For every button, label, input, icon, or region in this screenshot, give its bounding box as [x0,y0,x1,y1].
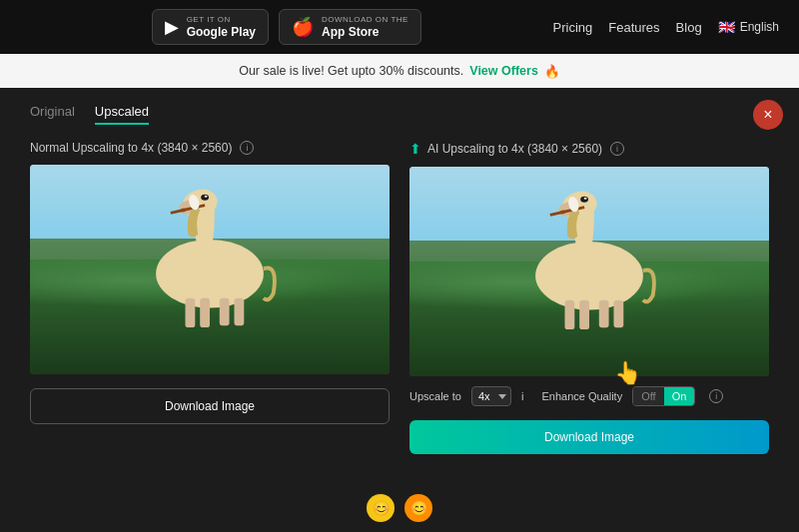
quality-toggle: Off On [632,386,695,406]
google-play-sub: GET IT ON [187,15,256,25]
app-store-icon: 🍎 [292,16,314,38]
tab-original[interactable]: Original [30,104,75,125]
tabs: Original Upscaled [30,104,769,125]
promo-text: Our sale is live! Get upto 30% discounts… [239,64,463,78]
bottom-icon-yellow[interactable]: 😊 [367,494,395,522]
quality-label: Enhance Quality [541,390,622,402]
promo-emoji: 🔥 [544,64,560,79]
app-store-name: App Store [322,25,408,39]
svg-rect-21 [599,300,609,327]
svg-rect-22 [614,300,624,327]
horse-svg-left [66,186,354,332]
language-label: English [740,20,779,34]
app-store-sub: Download on the [322,15,408,25]
language-selector[interactable]: 🇬🇧 English [718,19,779,35]
svg-rect-10 [235,298,245,325]
toggle-on[interactable]: On [664,387,695,405]
left-panel-title: Normal Upscaling to 4x (3840 × 2560) i [30,141,390,155]
left-panel: Normal Upscaling to 4x (3840 × 2560) i [30,141,390,454]
svg-rect-19 [565,300,575,329]
quality-info-icon[interactable]: i [709,389,723,403]
controls-row: Upscale to 4x 2x 8x i Enhance Quality Of… [409,386,769,406]
google-play-btn[interactable]: ▶ GET IT ON Google Play [152,9,269,45]
right-download-wrapper: Download Image 👆 [409,420,769,454]
blog-link[interactable]: Blog [676,20,702,35]
view-offers-link[interactable]: View Offers [469,64,538,78]
right-horse-image [409,167,769,376]
right-panel: ⬆ AI Upscaling to 4x (3840 × 2560) i [409,141,769,454]
left-info-icon[interactable]: i [240,141,254,155]
right-panel-title: ⬆ AI Upscaling to 4x (3840 × 2560) i [409,141,769,157]
left-download-button[interactable]: Download Image [30,388,390,424]
google-play-name: Google Play [187,25,256,39]
right-download-button[interactable]: Download Image [409,420,769,454]
main-content: × Original Upscaled Normal Upscaling to … [0,88,799,532]
app-store-btn[interactable]: 🍎 Download on the App Store [279,9,421,45]
flag-icon: 🇬🇧 [718,19,735,35]
svg-rect-20 [579,300,589,329]
nav-right: Pricing Features Blog 🇬🇧 English [553,19,779,35]
upscale-info-icon[interactable]: i [521,390,523,402]
upscale-select[interactable]: 4x 2x 8x [471,386,511,406]
bottom-icon-orange[interactable]: 😊 [404,494,432,522]
image-grid: Normal Upscaling to 4x (3840 × 2560) i [30,141,769,454]
upscale-label: Upscale to [409,390,461,402]
right-info-icon[interactable]: i [610,142,624,156]
promo-banner: Our sale is live! Get upto 30% discounts… [0,54,799,88]
horse-svg-right [445,188,733,334]
svg-rect-8 [200,298,210,327]
close-button[interactable]: × [753,100,783,130]
features-link[interactable]: Features [608,20,659,35]
bottom-icons: 😊 😊 [367,494,432,522]
svg-point-4 [201,195,209,201]
left-horse-image [30,165,390,374]
top-nav: ▶ GET IT ON Google Play 🍎 Download on th… [0,0,799,54]
svg-rect-9 [220,298,230,325]
svg-point-5 [205,196,208,198]
nav-center: ▶ GET IT ON Google Play 🍎 Download on th… [152,9,421,45]
svg-rect-7 [186,298,196,327]
ai-icon: ⬆ [409,141,421,157]
toggle-off[interactable]: Off [633,387,663,405]
tab-upscaled[interactable]: Upscaled [95,104,149,125]
google-play-icon: ▶ [165,16,179,38]
svg-point-16 [580,197,588,203]
pricing-link[interactable]: Pricing [553,20,593,35]
svg-point-17 [584,198,587,200]
